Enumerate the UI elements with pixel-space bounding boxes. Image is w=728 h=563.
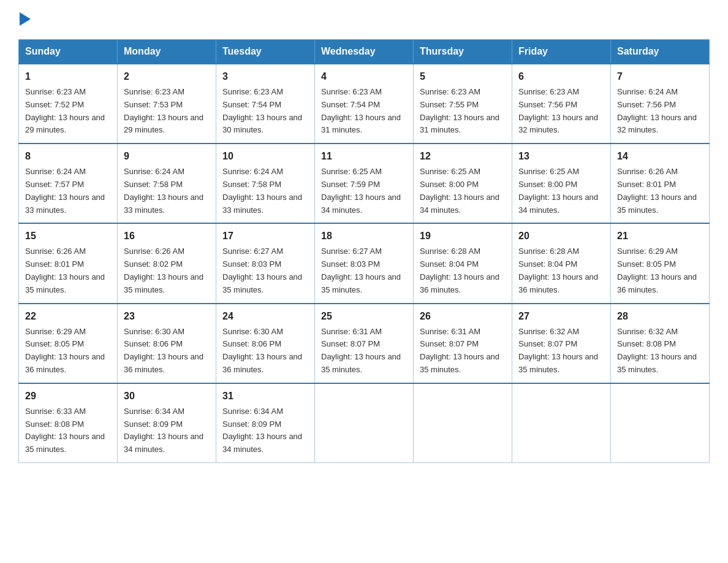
day-info: Sunrise: 6:26 AMSunset: 8:02 PMDaylight:… xyxy=(124,247,203,294)
calendar-day-cell: 20 Sunrise: 6:28 AMSunset: 8:04 PMDaylig… xyxy=(512,223,611,303)
day-info: Sunrise: 6:24 AMSunset: 7:57 PMDaylight:… xyxy=(25,167,105,214)
calendar-day-cell: 2 Sunrise: 6:23 AMSunset: 7:53 PMDayligh… xyxy=(118,64,216,144)
calendar-day-cell: 3 Sunrise: 6:23 AMSunset: 7:54 PMDayligh… xyxy=(216,64,315,144)
calendar-header-thursday: Thursday xyxy=(414,40,512,64)
day-info: Sunrise: 6:23 AMSunset: 7:54 PMDaylight:… xyxy=(222,87,302,134)
day-info: Sunrise: 6:28 AMSunset: 8:04 PMDaylight:… xyxy=(518,247,598,294)
day-info: Sunrise: 6:31 AMSunset: 8:07 PMDaylight:… xyxy=(420,327,499,374)
calendar-day-cell xyxy=(512,383,611,463)
day-info: Sunrise: 6:26 AMSunset: 8:01 PMDaylight:… xyxy=(617,167,697,214)
calendar-day-cell: 24 Sunrise: 6:30 AMSunset: 8:06 PMDaylig… xyxy=(216,304,315,383)
calendar-day-cell: 31 Sunrise: 6:34 AMSunset: 8:09 PMDaylig… xyxy=(216,383,315,463)
calendar-day-cell: 12 Sunrise: 6:25 AMSunset: 8:00 PMDaylig… xyxy=(414,144,512,223)
day-info: Sunrise: 6:30 AMSunset: 8:06 PMDaylight:… xyxy=(124,327,203,374)
calendar-day-cell: 18 Sunrise: 6:27 AMSunset: 8:03 PMDaylig… xyxy=(315,223,414,303)
calendar-day-cell: 30 Sunrise: 6:34 AMSunset: 8:09 PMDaylig… xyxy=(118,383,216,463)
calendar-day-cell: 21 Sunrise: 6:29 AMSunset: 8:05 PMDaylig… xyxy=(611,223,710,303)
day-info: Sunrise: 6:33 AMSunset: 8:08 PMDaylight:… xyxy=(25,407,105,454)
day-info: Sunrise: 6:23 AMSunset: 7:54 PMDaylight:… xyxy=(321,87,401,134)
calendar-header-tuesday: Tuesday xyxy=(216,40,315,64)
calendar-week-row: 15 Sunrise: 6:26 AMSunset: 8:01 PMDaylig… xyxy=(19,223,710,303)
day-info: Sunrise: 6:25 AMSunset: 7:59 PMDaylight:… xyxy=(321,167,401,214)
calendar-day-cell: 22 Sunrise: 6:29 AMSunset: 8:05 PMDaylig… xyxy=(19,304,118,383)
calendar-day-cell: 23 Sunrise: 6:30 AMSunset: 8:06 PMDaylig… xyxy=(118,304,216,383)
calendar-header-saturday: Saturday xyxy=(611,40,710,64)
calendar-day-cell: 13 Sunrise: 6:25 AMSunset: 8:00 PMDaylig… xyxy=(512,144,611,223)
day-info: Sunrise: 6:23 AMSunset: 7:55 PMDaylight:… xyxy=(420,87,499,134)
day-number: 7 xyxy=(617,69,703,84)
day-number: 25 xyxy=(321,309,407,324)
day-number: 27 xyxy=(518,309,604,324)
calendar-day-cell: 6 Sunrise: 6:23 AMSunset: 7:56 PMDayligh… xyxy=(512,64,611,144)
day-info: Sunrise: 6:27 AMSunset: 8:03 PMDaylight:… xyxy=(321,247,401,294)
day-info: Sunrise: 6:32 AMSunset: 8:07 PMDaylight:… xyxy=(518,327,598,374)
calendar-table: SundayMondayTuesdayWednesdayThursdayFrid… xyxy=(18,39,710,463)
day-info: Sunrise: 6:31 AMSunset: 8:07 PMDaylight:… xyxy=(321,327,401,374)
day-number: 23 xyxy=(124,309,210,324)
svg-marker-0 xyxy=(20,12,31,26)
calendar-day-cell: 8 Sunrise: 6:24 AMSunset: 7:57 PMDayligh… xyxy=(19,144,118,223)
calendar-day-cell: 25 Sunrise: 6:31 AMSunset: 8:07 PMDaylig… xyxy=(315,304,414,383)
day-number: 4 xyxy=(321,69,407,84)
day-info: Sunrise: 6:25 AMSunset: 8:00 PMDaylight:… xyxy=(420,167,499,214)
day-info: Sunrise: 6:26 AMSunset: 8:01 PMDaylight:… xyxy=(25,247,105,294)
calendar-header-row: SundayMondayTuesdayWednesdayThursdayFrid… xyxy=(19,40,710,64)
day-number: 10 xyxy=(222,149,308,164)
day-number: 22 xyxy=(25,309,111,324)
day-info: Sunrise: 6:23 AMSunset: 7:53 PMDaylight:… xyxy=(124,87,203,134)
day-info: Sunrise: 6:29 AMSunset: 8:05 PMDaylight:… xyxy=(25,327,105,374)
day-number: 30 xyxy=(124,389,210,404)
day-number: 14 xyxy=(617,149,703,164)
day-number: 2 xyxy=(124,69,210,84)
day-number: 3 xyxy=(222,69,308,84)
day-number: 29 xyxy=(25,389,111,404)
day-info: Sunrise: 6:29 AMSunset: 8:05 PMDaylight:… xyxy=(617,247,697,294)
calendar-day-cell: 9 Sunrise: 6:24 AMSunset: 7:58 PMDayligh… xyxy=(118,144,216,223)
calendar-day-cell: 7 Sunrise: 6:24 AMSunset: 7:56 PMDayligh… xyxy=(611,64,710,144)
calendar-header-monday: Monday xyxy=(118,40,216,64)
calendar-day-cell xyxy=(611,383,710,463)
calendar-header-friday: Friday xyxy=(512,40,611,64)
day-info: Sunrise: 6:34 AMSunset: 8:09 PMDaylight:… xyxy=(222,407,302,454)
calendar-week-row: 22 Sunrise: 6:29 AMSunset: 8:05 PMDaylig… xyxy=(19,304,710,383)
logo-arrow-icon xyxy=(20,12,31,26)
day-number: 21 xyxy=(617,229,703,243)
calendar-day-cell xyxy=(315,383,414,463)
day-info: Sunrise: 6:30 AMSunset: 8:06 PMDaylight:… xyxy=(222,327,302,374)
day-number: 12 xyxy=(420,149,506,164)
day-number: 13 xyxy=(518,149,604,164)
calendar-day-cell: 4 Sunrise: 6:23 AMSunset: 7:54 PMDayligh… xyxy=(315,64,414,144)
calendar-week-row: 8 Sunrise: 6:24 AMSunset: 7:57 PMDayligh… xyxy=(19,144,710,223)
calendar-day-cell: 11 Sunrise: 6:25 AMSunset: 7:59 PMDaylig… xyxy=(315,144,414,223)
calendar-day-cell: 16 Sunrise: 6:26 AMSunset: 8:02 PMDaylig… xyxy=(118,223,216,303)
calendar-header-wednesday: Wednesday xyxy=(315,40,414,64)
day-number: 19 xyxy=(420,229,506,243)
day-number: 16 xyxy=(124,229,210,243)
day-number: 11 xyxy=(321,149,407,164)
calendar-day-cell xyxy=(414,383,512,463)
day-number: 24 xyxy=(222,309,308,324)
logo xyxy=(18,12,31,28)
day-number: 28 xyxy=(617,309,703,324)
day-number: 1 xyxy=(25,69,111,84)
day-number: 15 xyxy=(25,229,111,243)
day-info: Sunrise: 6:24 AMSunset: 7:58 PMDaylight:… xyxy=(124,167,203,214)
calendar-day-cell: 15 Sunrise: 6:26 AMSunset: 8:01 PMDaylig… xyxy=(19,223,118,303)
day-number: 5 xyxy=(420,69,506,84)
page-header xyxy=(18,12,710,28)
day-number: 17 xyxy=(222,229,308,243)
day-info: Sunrise: 6:28 AMSunset: 8:04 PMDaylight:… xyxy=(420,247,499,294)
day-number: 6 xyxy=(518,69,604,84)
day-info: Sunrise: 6:23 AMSunset: 7:56 PMDaylight:… xyxy=(518,87,598,134)
day-info: Sunrise: 6:32 AMSunset: 8:08 PMDaylight:… xyxy=(617,327,697,374)
day-info: Sunrise: 6:24 AMSunset: 7:58 PMDaylight:… xyxy=(222,167,302,214)
day-info: Sunrise: 6:27 AMSunset: 8:03 PMDaylight:… xyxy=(222,247,302,294)
calendar-week-row: 1 Sunrise: 6:23 AMSunset: 7:52 PMDayligh… xyxy=(19,64,710,144)
calendar-day-cell: 10 Sunrise: 6:24 AMSunset: 7:58 PMDaylig… xyxy=(216,144,315,223)
calendar-day-cell: 1 Sunrise: 6:23 AMSunset: 7:52 PMDayligh… xyxy=(19,64,118,144)
day-info: Sunrise: 6:25 AMSunset: 8:00 PMDaylight:… xyxy=(518,167,598,214)
day-number: 9 xyxy=(124,149,210,164)
calendar-day-cell: 28 Sunrise: 6:32 AMSunset: 8:08 PMDaylig… xyxy=(611,304,710,383)
calendar-week-row: 29 Sunrise: 6:33 AMSunset: 8:08 PMDaylig… xyxy=(19,383,710,463)
day-number: 31 xyxy=(222,389,308,404)
